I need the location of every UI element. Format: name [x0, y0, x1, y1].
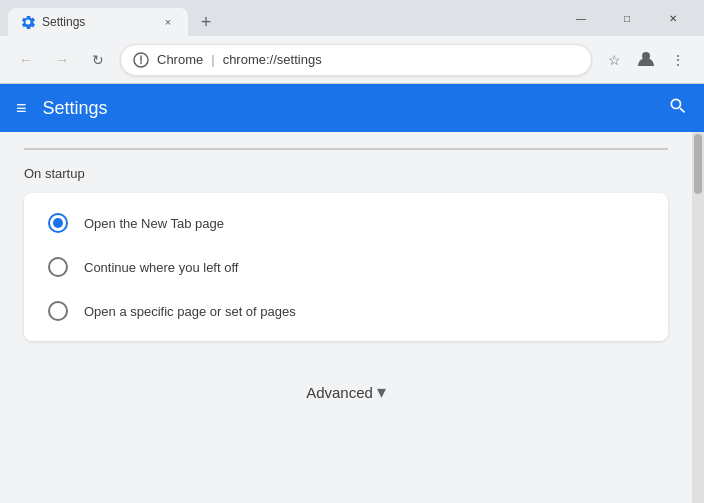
tab-close-button[interactable]: × — [160, 14, 176, 30]
window-controls: — □ ✕ — [550, 0, 704, 36]
on-startup-section-title: On startup — [24, 166, 668, 181]
tab-bar: Settings × + — [0, 8, 550, 36]
back-icon: ← — [19, 52, 33, 68]
tab-title: Settings — [42, 15, 154, 29]
minimize-button[interactable]: — — [558, 2, 604, 34]
scrollbar[interactable] — [692, 132, 704, 503]
hamburger-icon: ≡ — [16, 98, 27, 119]
radio-specific-page[interactable] — [48, 301, 68, 321]
bookmark-button[interactable]: ☆ — [600, 46, 628, 74]
app-header: ≡ Settings — [0, 84, 704, 132]
scrollbar-thumb[interactable] — [694, 134, 702, 194]
radio-new-tab[interactable] — [48, 213, 68, 233]
profile-icon — [637, 49, 655, 70]
profile-button[interactable] — [632, 46, 660, 74]
forward-icon: → — [55, 52, 69, 68]
chevron-down-icon: ▾ — [377, 381, 386, 403]
startup-option-continue[interactable]: Continue where you left off — [24, 245, 668, 289]
vertical-dots-icon: ⋮ — [671, 52, 685, 68]
advanced-button[interactable]: Advanced ▾ — [290, 373, 402, 411]
radio-new-tab-inner — [53, 218, 63, 228]
reload-button[interactable]: ↻ — [84, 46, 112, 74]
omnibox-url: chrome://settings — [223, 52, 322, 67]
browser-frame: Settings × + — □ ✕ ← → ↻ — [0, 0, 704, 503]
option-specific-page-label: Open a specific page or set of pages — [84, 304, 296, 319]
title-bar: Settings × + — □ ✕ — [0, 0, 704, 36]
address-bar: ← → ↻ Chrome | chrome://settings ☆ — [0, 36, 704, 84]
toolbar-icons: ☆ ⋮ — [600, 46, 692, 74]
back-button[interactable]: ← — [12, 46, 40, 74]
option-continue-label: Continue where you left off — [84, 260, 238, 275]
forward-button[interactable]: → — [48, 46, 76, 74]
bookmark-icon: ☆ — [608, 52, 621, 68]
radio-continue[interactable] — [48, 257, 68, 277]
startup-option-specific-page[interactable]: Open a specific page or set of pages — [24, 289, 668, 333]
menu-button[interactable]: ⋮ — [664, 46, 692, 74]
new-tab-button[interactable]: + — [192, 8, 220, 36]
advanced-section: Advanced ▾ — [24, 373, 668, 411]
active-tab[interactable]: Settings × — [8, 8, 188, 36]
header-search-button[interactable] — [668, 96, 688, 121]
app-header-title: Settings — [43, 98, 108, 119]
page-content: On startup Open the New Tab page Continu… — [0, 132, 692, 503]
advanced-label: Advanced — [306, 384, 373, 401]
content-area: On startup Open the New Tab page Continu… — [0, 132, 704, 503]
omnibox-security-icon — [133, 52, 149, 68]
omnibox-text: Chrome | chrome://settings — [157, 52, 579, 67]
option-new-tab-label: Open the New Tab page — [84, 216, 224, 231]
close-button[interactable]: ✕ — [650, 2, 696, 34]
omnibox[interactable]: Chrome | chrome://settings — [120, 44, 592, 76]
omnibox-site: Chrome — [157, 52, 203, 67]
reload-icon: ↻ — [92, 52, 104, 68]
startup-option-new-tab[interactable]: Open the New Tab page — [24, 201, 668, 245]
maximize-button[interactable]: □ — [604, 2, 650, 34]
hamburger-menu-button[interactable]: ≡ — [16, 98, 27, 119]
omnibox-separator: | — [211, 52, 214, 67]
tab-favicon — [20, 14, 36, 30]
startup-options-card: Open the New Tab page Continue where you… — [24, 193, 668, 341]
